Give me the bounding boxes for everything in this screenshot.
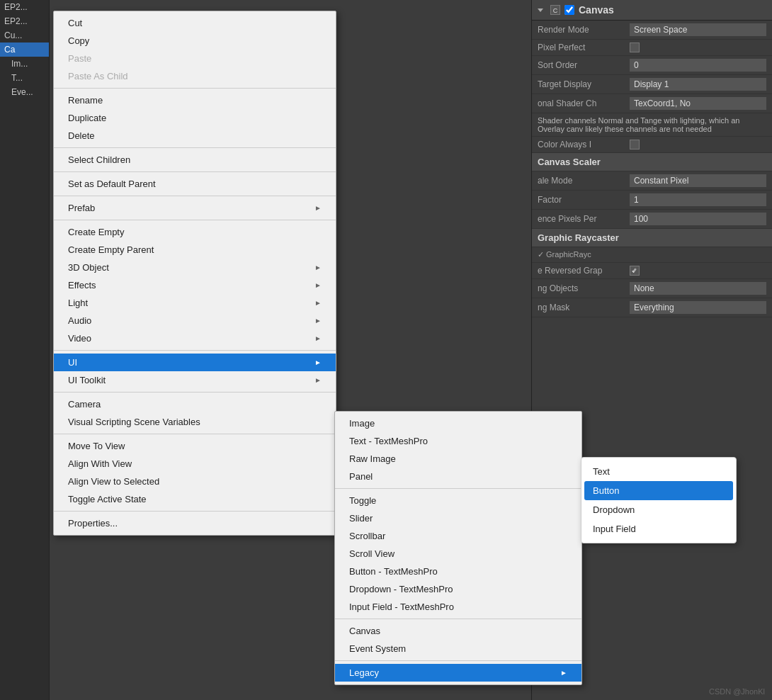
arrow-icon: ► <box>314 317 322 324</box>
hierarchy-item[interactable]: T... <box>0 71 49 85</box>
shader-ch-label: onal Shader Ch <box>538 98 630 108</box>
legacy-text[interactable]: Text <box>581 462 736 481</box>
reversed-grap-checkbox[interactable]: ✓ <box>630 266 640 276</box>
menu-move-to-view[interactable]: Move To View <box>54 437 336 455</box>
menu-light[interactable]: Light ► <box>54 294 336 312</box>
menu-scrollbar[interactable]: Scrollbar <box>335 527 581 545</box>
hierarchy-item[interactable]: Im... <box>0 57 49 71</box>
menu-dropdown-tmp-label: Dropdown - TextMeshPro <box>349 584 453 594</box>
menu-panel-label: Panel <box>349 471 373 482</box>
shader-warning: Shader channels Normal and Tange with li… <box>532 113 772 137</box>
hierarchy-item[interactable]: EP2... <box>0 0 49 14</box>
separator-3 <box>54 171 336 172</box>
blocking-mask-label: ng Mask <box>538 303 630 312</box>
ref-pixels-value[interactable]: 100 <box>630 213 766 225</box>
menu-copy[interactable]: Copy <box>54 32 336 50</box>
menu-move-to-view-label: Move To View <box>68 441 125 451</box>
menu-visual-scripting[interactable]: Visual Scripting Scene Variables <box>54 413 336 431</box>
menu-ui[interactable]: UI ► <box>54 354 336 371</box>
menu-video-label: Video <box>68 333 91 344</box>
blocking-mask-row: ng Mask Everything <box>532 298 772 317</box>
hierarchy-item[interactable]: EP2... <box>0 14 49 28</box>
menu-canvas[interactable]: Canvas <box>335 622 581 640</box>
sort-order-value[interactable]: 0 <box>630 59 766 72</box>
menu-align-view-to-selected[interactable]: Align View to Selected <box>54 473 336 490</box>
legacy-input-field[interactable]: Input Field <box>581 519 736 538</box>
ui-separator-1 <box>335 488 581 489</box>
menu-slider[interactable]: Slider <box>335 509 581 527</box>
menu-ui-label: UI <box>68 357 77 368</box>
canvas-scaler-section: Canvas Scaler <box>532 153 772 171</box>
menu-event-system-label: Event System <box>349 643 406 654</box>
menu-audio[interactable]: Audio ► <box>54 312 336 329</box>
menu-rename[interactable]: Rename <box>54 91 336 109</box>
render-mode-value[interactable]: Screen Space <box>630 23 766 36</box>
inspector-header: C Canvas <box>532 0 772 21</box>
hierarchy-item-selected[interactable]: Ca <box>0 43 49 57</box>
arrow-icon: ► <box>314 334 322 342</box>
menu-video[interactable]: Video ► <box>54 329 336 347</box>
reversed-grap-row: e Reversed Grap ✓ <box>532 263 772 279</box>
menu-event-system[interactable]: Event System <box>335 640 581 657</box>
factor-value[interactable]: 1 <box>630 193 766 206</box>
scale-mode-value[interactable]: Constant Pixel <box>630 174 766 187</box>
menu-image[interactable]: Image <box>335 414 581 432</box>
render-mode-row: Render Mode Screen Space <box>532 21 772 40</box>
menu-legacy[interactable]: Legacy ► <box>335 664 581 682</box>
pixel-perfect-checkbox[interactable] <box>630 43 640 52</box>
menu-delete[interactable]: Delete <box>54 127 336 145</box>
color-always-checkbox[interactable] <box>630 140 640 149</box>
blocking-mask-value[interactable]: Everything <box>630 301 766 314</box>
arrow-icon: ► <box>314 264 322 271</box>
menu-button-tmp[interactable]: Button - TextMeshPro <box>335 563 581 580</box>
legacy-dropdown[interactable]: Dropdown <box>581 500 736 519</box>
menu-legacy-label: Legacy <box>349 667 379 678</box>
graphic-rayco-row: ✓ GraphicRayc <box>532 247 772 263</box>
menu-text-tmp[interactable]: Text - TextMeshPro <box>335 432 581 450</box>
menu-align-with-view[interactable]: Align With View <box>54 455 336 473</box>
menu-canvas-label: Canvas <box>349 626 380 636</box>
menu-set-default-parent-label: Set as Default Parent <box>68 179 156 189</box>
menu-create-empty-label: Create Empty <box>68 227 124 237</box>
menu-camera[interactable]: Camera <box>54 395 336 413</box>
menu-create-empty[interactable]: Create Empty <box>54 223 336 241</box>
menu-image-label: Image <box>349 418 375 429</box>
menu-select-children[interactable]: Select Children <box>54 151 336 169</box>
menu-paste[interactable]: Paste <box>54 50 336 67</box>
menu-duplicate[interactable]: Duplicate <box>54 109 336 127</box>
menu-align-view-to-selected-label: Align View to Selected <box>68 476 159 487</box>
canvas-enabled-checkbox[interactable] <box>564 5 574 15</box>
menu-cut[interactable]: Cut <box>54 14 336 32</box>
menu-toggle-active-state-label: Toggle Active State <box>68 494 147 504</box>
legacy-button[interactable]: Button <box>584 481 733 500</box>
menu-scroll-view[interactable]: Scroll View <box>335 545 581 563</box>
menu-create-empty-parent[interactable]: Create Empty Parent <box>54 241 336 259</box>
menu-input-field-tmp[interactable]: Input Field - TextMeshPro <box>335 598 581 616</box>
menu-effects[interactable]: Effects ► <box>54 276 336 294</box>
menu-raw-image[interactable]: Raw Image <box>335 450 581 468</box>
menu-panel[interactable]: Panel <box>335 468 581 485</box>
hierarchy-item[interactable]: Cu... <box>0 28 49 43</box>
factor-row: Factor 1 <box>532 191 772 210</box>
menu-set-default-parent[interactable]: Set as Default Parent <box>54 175 336 193</box>
menu-audio-label: Audio <box>68 315 91 326</box>
menu-camera-label: Camera <box>68 399 101 410</box>
menu-toggle[interactable]: Toggle <box>335 492 581 509</box>
menu-toggle-active-state[interactable]: Toggle Active State <box>54 490 336 508</box>
menu-prefab[interactable]: Prefab ► <box>54 199 336 217</box>
arrow-icon: ► <box>314 359 322 366</box>
blocking-objects-value[interactable]: None <box>630 282 766 295</box>
target-display-value[interactable]: Display 1 <box>630 78 766 91</box>
separator-1 <box>54 88 336 89</box>
ref-pixels-row: ence Pixels Per 100 <box>532 210 772 229</box>
hierarchy-item[interactable]: Eve... <box>0 85 49 99</box>
sort-order-label: Sort Order <box>538 60 630 70</box>
menu-paste-as-child[interactable]: Paste As Child <box>54 67 336 85</box>
menu-scrollbar-label: Scrollbar <box>349 531 385 541</box>
menu-3d-object[interactable]: 3D Object ► <box>54 259 336 276</box>
watermark: CSDN @JhonKl <box>709 687 765 696</box>
menu-dropdown-tmp[interactable]: Dropdown - TextMeshPro <box>335 580 581 598</box>
target-display-label: Target Display <box>538 79 630 89</box>
menu-properties[interactable]: Properties... <box>54 514 336 532</box>
menu-ui-toolkit[interactable]: UI Toolkit ► <box>54 371 336 389</box>
